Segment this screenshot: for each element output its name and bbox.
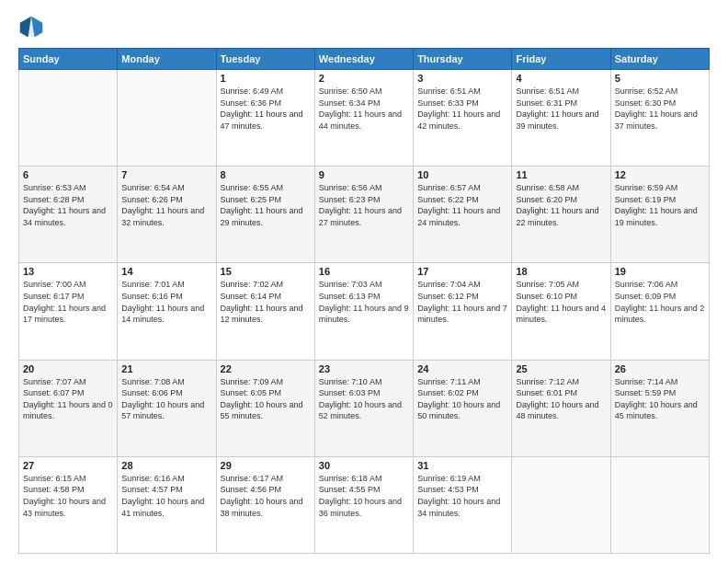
day-number: 7 [121,169,211,180]
day-number: 25 [516,363,606,374]
calendar-cell: 16Sunrise: 7:03 AMSunset: 6:13 PMDayligh… [314,263,413,360]
calendar-cell: 22Sunrise: 7:09 AMSunset: 6:05 PMDayligh… [216,360,314,456]
day-number: 26 [615,363,705,374]
day-info: Sunrise: 7:11 AMSunset: 6:02 PMDaylight:… [417,376,507,422]
week-row-4: 20Sunrise: 7:07 AMSunset: 6:07 PMDayligh… [19,360,710,456]
weekday-header-wednesday: Wednesday [314,49,413,70]
day-info: Sunrise: 6:54 AMSunset: 6:26 PMDaylight:… [121,182,211,228]
calendar-cell: 31Sunrise: 6:19 AMSunset: 4:53 PMDayligh… [414,456,512,553]
calendar-cell: 27Sunrise: 6:15 AMSunset: 4:58 PMDayligh… [19,456,118,553]
day-info: Sunrise: 6:16 AMSunset: 4:57 PMDaylight:… [121,473,211,519]
day-info: Sunrise: 6:15 AMSunset: 4:58 PMDaylight:… [23,473,113,519]
calendar-cell: 21Sunrise: 7:08 AMSunset: 6:06 PMDayligh… [118,360,216,456]
day-info: Sunrise: 7:05 AMSunset: 6:10 PMDaylight:… [516,279,606,325]
day-number: 24 [417,363,507,374]
calendar-cell: 4Sunrise: 6:51 AMSunset: 6:31 PMDaylight… [512,70,610,167]
calendar-cell: 7Sunrise: 6:54 AMSunset: 6:26 PMDaylight… [118,167,216,263]
day-info: Sunrise: 7:08 AMSunset: 6:06 PMDaylight:… [121,376,211,422]
calendar-cell: 26Sunrise: 7:14 AMSunset: 5:59 PMDayligh… [610,360,709,456]
day-number: 19 [615,266,705,277]
day-info: Sunrise: 7:03 AMSunset: 6:13 PMDaylight:… [319,279,409,325]
day-number: 22 [221,363,311,374]
day-info: Sunrise: 7:02 AMSunset: 6:14 PMDaylight:… [221,279,311,325]
day-number: 20 [23,363,113,374]
day-number: 27 [23,460,113,471]
calendar-cell: 23Sunrise: 7:10 AMSunset: 6:03 PMDayligh… [314,360,413,456]
day-number: 11 [516,169,606,180]
day-info: Sunrise: 7:01 AMSunset: 6:16 PMDaylight:… [121,279,211,325]
weekday-header-saturday: Saturday [610,49,709,70]
day-info: Sunrise: 6:17 AMSunset: 4:56 PMDaylight:… [221,473,311,519]
logo-icon [18,15,44,40]
day-number: 13 [23,266,113,277]
day-number: 2 [319,73,409,84]
week-row-5: 27Sunrise: 6:15 AMSunset: 4:58 PMDayligh… [19,456,710,553]
day-info: Sunrise: 6:52 AMSunset: 6:30 PMDaylight:… [615,86,705,132]
day-number: 10 [417,169,507,180]
day-number: 28 [121,460,211,471]
week-row-3: 13Sunrise: 7:00 AMSunset: 6:17 PMDayligh… [19,263,710,360]
day-number: 6 [23,169,113,180]
day-number: 5 [615,73,705,84]
header [18,15,710,40]
calendar-cell: 24Sunrise: 7:11 AMSunset: 6:02 PMDayligh… [414,360,512,456]
day-number: 17 [417,266,507,277]
calendar-cell: 3Sunrise: 6:51 AMSunset: 6:33 PMDaylight… [414,70,512,167]
day-number: 12 [615,169,705,180]
calendar-cell: 28Sunrise: 6:16 AMSunset: 4:57 PMDayligh… [118,456,216,553]
calendar-cell: 10Sunrise: 6:57 AMSunset: 6:22 PMDayligh… [414,167,512,263]
calendar-cell [19,70,118,167]
day-info: Sunrise: 6:51 AMSunset: 6:31 PMDaylight:… [516,86,606,132]
calendar-cell: 14Sunrise: 7:01 AMSunset: 6:16 PMDayligh… [118,263,216,360]
calendar-cell: 25Sunrise: 7:12 AMSunset: 6:01 PMDayligh… [512,360,610,456]
day-number: 16 [319,266,409,277]
day-info: Sunrise: 7:00 AMSunset: 6:17 PMDaylight:… [23,279,113,325]
calendar-cell: 19Sunrise: 7:06 AMSunset: 6:09 PMDayligh… [610,263,709,360]
day-info: Sunrise: 6:53 AMSunset: 6:28 PMDaylight:… [23,182,113,228]
calendar-cell: 8Sunrise: 6:55 AMSunset: 6:25 PMDaylight… [216,167,314,263]
day-number: 1 [221,73,311,84]
day-info: Sunrise: 6:19 AMSunset: 4:53 PMDaylight:… [417,473,507,519]
calendar-cell: 2Sunrise: 6:50 AMSunset: 6:34 PMDaylight… [314,70,413,167]
calendar-cell: 17Sunrise: 7:04 AMSunset: 6:12 PMDayligh… [414,263,512,360]
day-number: 9 [319,169,409,180]
day-info: Sunrise: 6:57 AMSunset: 6:22 PMDaylight:… [417,182,507,228]
day-info: Sunrise: 6:18 AMSunset: 4:55 PMDaylight:… [319,473,409,519]
calendar-cell: 29Sunrise: 6:17 AMSunset: 4:56 PMDayligh… [216,456,314,553]
day-number: 23 [319,363,409,374]
weekday-header-thursday: Thursday [414,49,512,70]
day-number: 15 [221,266,311,277]
day-number: 14 [121,266,211,277]
day-number: 3 [417,73,507,84]
day-info: Sunrise: 7:09 AMSunset: 6:05 PMDaylight:… [221,376,311,422]
calendar-cell: 9Sunrise: 6:56 AMSunset: 6:23 PMDaylight… [314,167,413,263]
logo [18,15,48,40]
weekday-header-monday: Monday [118,49,216,70]
page: SundayMondayTuesdayWednesdayThursdayFrid… [0,0,728,563]
day-number: 31 [417,460,507,471]
day-info: Sunrise: 6:58 AMSunset: 6:20 PMDaylight:… [516,182,606,228]
day-info: Sunrise: 7:10 AMSunset: 6:03 PMDaylight:… [319,376,409,422]
calendar-cell: 20Sunrise: 7:07 AMSunset: 6:07 PMDayligh… [19,360,118,456]
day-info: Sunrise: 6:59 AMSunset: 6:19 PMDaylight:… [615,182,705,228]
week-row-1: 1Sunrise: 6:49 AMSunset: 6:36 PMDaylight… [19,70,710,167]
weekday-header-tuesday: Tuesday [216,49,314,70]
calendar-cell: 6Sunrise: 6:53 AMSunset: 6:28 PMDaylight… [19,167,118,263]
day-number: 30 [319,460,409,471]
day-number: 8 [221,169,311,180]
day-number: 4 [516,73,606,84]
calendar-cell [610,456,709,553]
day-number: 21 [121,363,211,374]
calendar-table: SundayMondayTuesdayWednesdayThursdayFrid… [18,48,710,554]
calendar-cell: 18Sunrise: 7:05 AMSunset: 6:10 PMDayligh… [512,263,610,360]
day-info: Sunrise: 6:50 AMSunset: 6:34 PMDaylight:… [319,86,409,132]
calendar-cell: 11Sunrise: 6:58 AMSunset: 6:20 PMDayligh… [512,167,610,263]
weekday-header-row: SundayMondayTuesdayWednesdayThursdayFrid… [19,49,710,70]
calendar-cell: 5Sunrise: 6:52 AMSunset: 6:30 PMDaylight… [610,70,709,167]
day-info: Sunrise: 7:14 AMSunset: 5:59 PMDaylight:… [615,376,705,422]
calendar-cell: 13Sunrise: 7:00 AMSunset: 6:17 PMDayligh… [19,263,118,360]
week-row-2: 6Sunrise: 6:53 AMSunset: 6:28 PMDaylight… [19,167,710,263]
day-number: 29 [221,460,311,471]
calendar-cell [512,456,610,553]
calendar-cell [118,70,216,167]
